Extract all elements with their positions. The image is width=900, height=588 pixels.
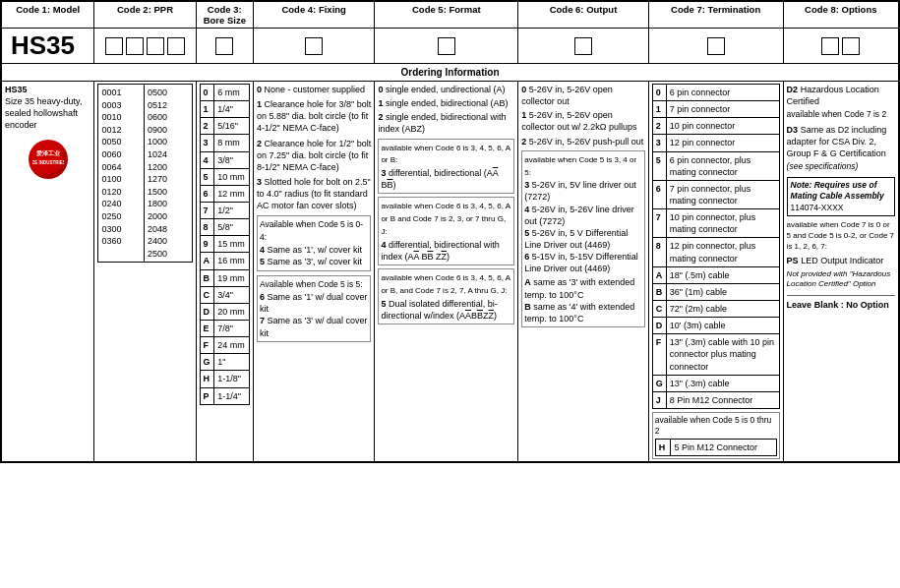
col3-content: 06 mm 11/4" 25/16" 38 mm 43/8" 510 mm 61… xyxy=(196,82,253,463)
ordering-info: Ordering Information xyxy=(1,64,899,82)
col1-header: Code 1: Model xyxy=(1,1,94,29)
options-boxes xyxy=(783,29,899,64)
fixing-box-1 xyxy=(305,37,323,55)
options-box-2 xyxy=(842,37,860,55)
col5-content: 0 single ended, undirectional (A) 1 sing… xyxy=(375,82,518,463)
format-box-1 xyxy=(438,37,455,55)
col7-header: Code 7: Termination xyxy=(648,1,783,29)
col8-header: Code 8: Options xyxy=(783,1,899,29)
format-boxes xyxy=(375,29,518,64)
col1-content: HS35 Size 35 heavy-duty, sealed hollowsh… xyxy=(1,82,94,463)
options-box-1 xyxy=(821,37,839,55)
col2-content: 0001000300100012005000600064010001200240… xyxy=(94,82,196,463)
ppr-box-4 xyxy=(167,37,185,55)
bore-box-1 xyxy=(215,37,233,55)
col4-header: Code 4: Fixing xyxy=(253,1,374,29)
svg-text:爱泽工业: 爱泽工业 xyxy=(36,149,61,156)
logo-icon: 爱泽工业 IZE INDUSTRIES xyxy=(29,140,68,179)
ppr-boxes xyxy=(94,29,196,64)
bore-boxes xyxy=(196,29,253,64)
output-box-1 xyxy=(574,37,592,55)
term-box-1 xyxy=(707,37,725,55)
logo-area: 爱泽工业 IZE INDUSTRIES xyxy=(5,132,90,189)
col5-header: Code 5: Format xyxy=(375,1,518,29)
svg-text:IZE INDUSTRIES: IZE INDUSTRIES xyxy=(32,160,64,165)
col6-header: Code 6: Output xyxy=(518,1,648,29)
col4-content: 0 None - customer supplied 1 Clearance h… xyxy=(253,82,374,463)
svg-point-0 xyxy=(33,145,63,174)
term-boxes xyxy=(648,29,783,64)
col6-content: 0 5-26V in, 5-26V open collector out 1 5… xyxy=(518,82,648,463)
col8-content: D2 Hazardous Location Certified availabl… xyxy=(783,82,899,463)
model-label: HS35 xyxy=(1,29,94,64)
col2-header: Code 2: PPR xyxy=(94,1,196,29)
ppr-box-1 xyxy=(105,37,123,55)
output-boxes xyxy=(518,29,648,64)
col3-header: Code 3: Bore Size xyxy=(196,1,253,29)
fixing-boxes xyxy=(253,29,374,64)
col7-content: 06 pin connector 17 pin connector 210 pi… xyxy=(648,82,783,463)
ppr-box-3 xyxy=(147,37,164,55)
main-table: Code 1: Model Code 2: PPR Code 3: Bore S… xyxy=(0,0,900,463)
ppr-box-2 xyxy=(126,37,144,55)
